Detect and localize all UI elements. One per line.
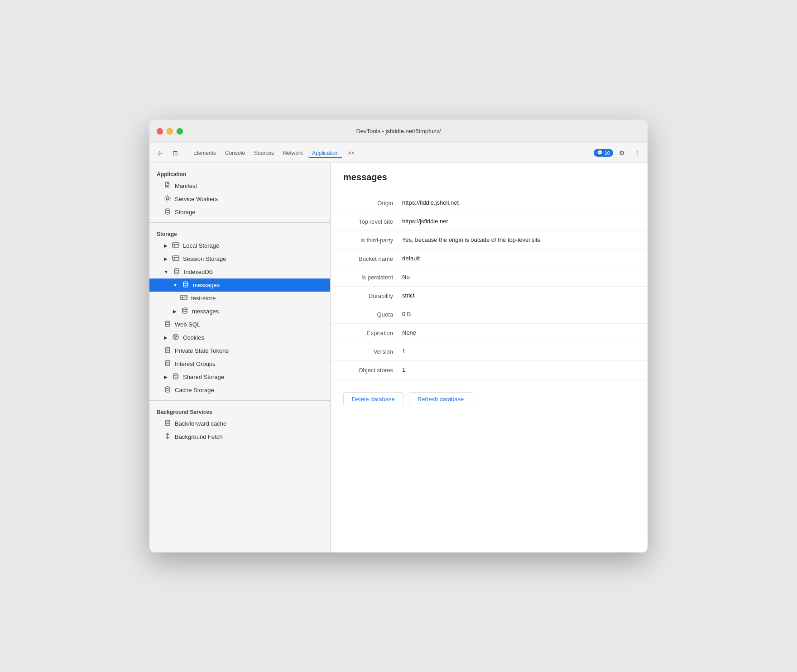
- test-store-label: test-store: [191, 295, 216, 302]
- sidebar-item-storage-top[interactable]: Storage: [149, 206, 330, 219]
- sidebar-item-background-fetch[interactable]: Background Fetch: [149, 430, 330, 443]
- refresh-database-button[interactable]: Refresh database: [409, 392, 473, 406]
- svg-point-3: [166, 197, 169, 200]
- value-durability: strict: [402, 292, 635, 299]
- device-tool-button[interactable]: ⊡: [168, 146, 182, 160]
- svg-rect-8: [173, 256, 179, 260]
- svg-point-12: [183, 282, 188, 283]
- sidebar-item-indexeddb[interactable]: ▼ IndexedDB: [149, 265, 330, 278]
- sidebar-item-cookies[interactable]: ▶ Cookies: [149, 331, 330, 344]
- tab-network[interactable]: Network: [279, 148, 307, 158]
- session-storage-icon: [172, 254, 179, 263]
- svg-rect-13: [181, 295, 187, 300]
- indexeddb-chevron: ▼: [164, 269, 168, 274]
- row-bucket-name: Bucket name default: [331, 250, 648, 268]
- cache-storage-icon: [164, 386, 171, 394]
- background-fetch-label: Background Fetch: [175, 433, 223, 440]
- value-expiration: None: [402, 329, 635, 336]
- gear-icon: ⚙: [619, 149, 625, 157]
- sidebar-item-web-sql[interactable]: Web SQL: [149, 318, 330, 331]
- svg-point-4: [165, 209, 170, 211]
- label-expiration: Expiration: [343, 329, 402, 336]
- back-forward-label: Back/forward cache: [175, 420, 226, 427]
- window-title: DevTools - jsfiddle.net/5tmpfuzv/: [356, 128, 441, 134]
- row-third-party: Is third-party Yes, because the origin i…: [331, 231, 648, 250]
- row-top-level-site: Top-level site https://jsfiddle.net: [331, 212, 648, 231]
- background-fetch-icon: [164, 432, 171, 441]
- svg-point-17: [165, 321, 170, 323]
- close-button[interactable]: [157, 128, 163, 134]
- sidebar-item-back-forward[interactable]: Back/forward cache: [149, 417, 330, 430]
- traffic-lights: [157, 128, 183, 134]
- svg-point-18: [173, 334, 178, 340]
- cookies-label: Cookies: [183, 334, 204, 341]
- tab-console[interactable]: Console: [221, 148, 249, 158]
- toolbar-right: 💬 10 ⚙ ⋮: [594, 146, 644, 160]
- sidebar-item-session-storage[interactable]: ▶ Session Storage: [149, 252, 330, 265]
- tab-application[interactable]: Application: [308, 148, 342, 158]
- titlebar: DevTools - jsfiddle.net/5tmpfuzv/: [149, 120, 648, 143]
- detail-actions: Delete database Refresh database: [331, 383, 648, 415]
- sidebar-item-service-workers[interactable]: Service Workers: [149, 192, 330, 206]
- settings-button[interactable]: ⚙: [615, 146, 629, 160]
- sidebar-item-cache-storage[interactable]: Cache Storage: [149, 384, 330, 397]
- sidebar-item-local-storage[interactable]: ▶ Local Storage: [149, 239, 330, 252]
- value-persistent: No: [402, 274, 635, 280]
- minimize-button[interactable]: [167, 128, 173, 134]
- delete-database-button[interactable]: Delete database: [343, 392, 403, 406]
- value-third-party: Yes, because the origin is outside of th…: [402, 236, 635, 243]
- value-bucket-name: default: [402, 255, 635, 262]
- label-persistent: Is persistent: [343, 274, 402, 281]
- session-storage-label: Session Storage: [183, 255, 226, 262]
- sidebar-item-test-store[interactable]: test-store: [149, 292, 330, 305]
- svg-point-25: [165, 387, 170, 389]
- messages-db2-chevron: ▶: [173, 309, 177, 314]
- tab-elements[interactable]: Elements: [190, 148, 220, 158]
- chat-icon: 💬: [597, 150, 603, 156]
- private-state-icon: [164, 346, 171, 355]
- sidebar-section-application: Application: [149, 167, 330, 179]
- tab-sources[interactable]: Sources: [250, 148, 278, 158]
- svg-point-26: [165, 420, 170, 422]
- cursor-icon: ⊹: [157, 149, 163, 157]
- file-icon: [164, 182, 171, 190]
- message-badge[interactable]: 💬 10: [594, 149, 613, 157]
- cookies-icon: [172, 333, 179, 342]
- shared-storage-label: Shared Storage: [183, 374, 224, 380]
- sidebar-item-interest-groups[interactable]: Interest Groups: [149, 357, 330, 370]
- storage-top-icon: [164, 208, 171, 216]
- interest-groups-label: Interest Groups: [175, 360, 216, 367]
- sidebar-item-private-state[interactable]: Private State Tokens: [149, 344, 330, 357]
- interest-groups-icon: [164, 360, 171, 368]
- shared-storage-chevron: ▶: [164, 374, 168, 379]
- more-tabs-button[interactable]: >>: [344, 148, 358, 158]
- test-store-icon: [180, 294, 187, 302]
- indexeddb-icon: [173, 268, 180, 276]
- toolbar: ⊹ ⊡ Elements Console Sources Network App…: [149, 143, 648, 163]
- svg-point-24: [173, 374, 178, 375]
- row-persistent: Is persistent No: [331, 268, 648, 287]
- sidebar-item-messages-db[interactable]: ▼ messages: [149, 278, 330, 292]
- messages-db-chevron: ▼: [173, 283, 178, 288]
- badge-count: 10: [605, 150, 610, 156]
- ellipsis-icon: ⋮: [634, 149, 640, 157]
- messages-db2-icon: [181, 307, 188, 316]
- divider-1: [149, 222, 330, 223]
- sidebar-section-storage: Storage: [149, 226, 330, 239]
- value-origin: https://fiddle.jshell.net: [402, 199, 635, 206]
- indexeddb-label: IndexedDB: [184, 269, 213, 275]
- sidebar-item-messages-db2[interactable]: ▶ messages: [149, 305, 330, 318]
- sidebar-item-shared-storage[interactable]: ▶ Shared Storage: [149, 370, 330, 384]
- more-options-button[interactable]: ⋮: [630, 146, 644, 160]
- cursor-tool-button[interactable]: ⊹: [153, 146, 167, 160]
- label-third-party: Is third-party: [343, 236, 402, 244]
- cookies-chevron: ▶: [164, 335, 168, 340]
- session-storage-chevron: ▶: [164, 256, 168, 261]
- devtools-window: DevTools - jsfiddle.net/5tmpfuzv/ ⊹ ⊡ El…: [149, 120, 648, 552]
- row-origin: Origin https://fiddle.jshell.net: [331, 194, 648, 212]
- sidebar-item-manifest[interactable]: Manifest: [149, 179, 330, 192]
- messages-db2-label: messages: [192, 308, 219, 315]
- label-origin: Origin: [343, 199, 402, 206]
- svg-point-22: [165, 347, 170, 349]
- maximize-button[interactable]: [177, 128, 183, 134]
